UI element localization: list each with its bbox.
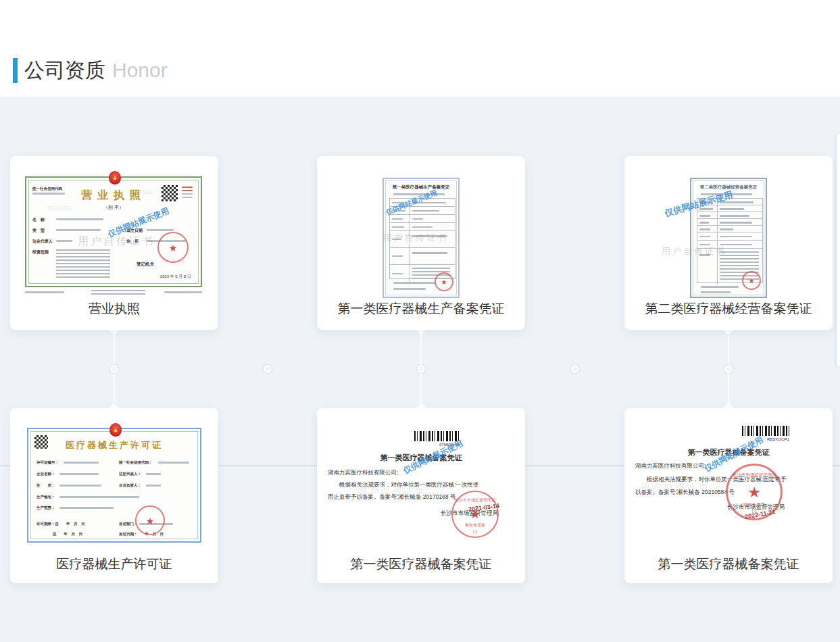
card-pointer xyxy=(723,330,734,335)
fine-print xyxy=(164,291,202,293)
red-seal-stamp: 长沙市市场监督管理局 ★ 审核专用章 1-3 xyxy=(451,491,499,538)
red-seal-stamp: ★ xyxy=(742,271,761,290)
barcode xyxy=(742,426,789,436)
stamp-number: 1-3 xyxy=(453,529,497,533)
card-pointer xyxy=(416,330,426,335)
filing-document-image[interactable]: 07MION48 第一类医疗器械备案凭证 湖南力宾医疗科技有限公司: 根据相关法… xyxy=(328,419,514,543)
timeline-dot xyxy=(571,365,579,373)
card-pointer xyxy=(109,330,120,335)
watermark-user-upload: 用户自传证书 xyxy=(641,481,710,493)
certificate-card-business-license[interactable]: SCJDGL SCJDGL SCJDGL ★ 统一社会信用代码 营业执照 （副 … xyxy=(10,156,218,330)
page: 公司资质Honor SCJDGL SCJDGL SCJDGL ★ 统一社会信用代… xyxy=(0,0,840,642)
qr-side-text xyxy=(182,193,193,195)
card-caption: 第一类医疗器械生产备案凭证 xyxy=(317,300,525,318)
certificate-card-class1-production-filing[interactable]: 第一类医疗器械生产备案凭证 ★ 仅供网站展示使用 用户自传证书 第一类医疗器械生… xyxy=(317,156,525,330)
qr-side-text xyxy=(182,187,193,188)
field-paragraph xyxy=(56,249,110,278)
field-value xyxy=(64,462,99,464)
document-addressee: 湖南力宾医疗科技有限公司: xyxy=(635,462,706,470)
watermark-user-upload: 用户自传证书 xyxy=(78,234,155,249)
section-title-en: Honor xyxy=(112,59,168,81)
footer-text xyxy=(393,282,435,284)
field-label: 生产地址： xyxy=(36,495,55,499)
field-value xyxy=(59,507,114,509)
certificate-card-class1-filing-1[interactable]: 07MION48 第一类医疗器械备案凭证 湖南力宾医疗科技有限公司: 根据相关法… xyxy=(317,408,525,583)
field-label: 法定代表人 xyxy=(32,239,53,245)
card-pointer xyxy=(723,403,734,408)
field-label: 企业负责人： xyxy=(119,483,141,488)
validity-to-label: 至 年 月 日 xyxy=(53,532,82,537)
field-label: 法定代表人： xyxy=(119,472,141,476)
card-caption: 医疗器械生产许可证 xyxy=(10,555,218,573)
section-title-cn: 公司资质 xyxy=(24,59,105,81)
card-caption: 第二类医疗器械经营备案凭证 xyxy=(624,300,833,318)
qr-side-text xyxy=(182,197,193,198)
red-seal-stamp: ★ xyxy=(135,505,165,535)
field-value xyxy=(158,462,189,464)
certificate-card-class2-operation-filing[interactable]: 第二类医疗器械经营备案凭证 ★ 仅供网站展示使用 用户自传证书 第二类医疗器械经… xyxy=(624,156,833,330)
field-value xyxy=(56,240,72,242)
field-label: 许可证编号： xyxy=(36,460,59,465)
card-caption: 第一类医疗器械备案凭证 xyxy=(317,555,525,573)
timeline-dot xyxy=(417,365,425,373)
field-label: 名 称 xyxy=(32,217,45,223)
business-license-image[interactable]: SCJDGL SCJDGL SCJDGL ★ 统一社会信用代码 营业执照 （副 … xyxy=(25,176,202,287)
national-emblem-icon: ★ xyxy=(109,423,122,437)
stamp-label: 审核专用章 xyxy=(453,522,497,528)
field-value xyxy=(146,485,161,487)
stamp-arc-text: 长沙市市场监督管理局 xyxy=(728,472,781,478)
certificate-card-class1-filing-2[interactable]: RBSXOCR1 第一类医疗器械备案凭证 湖南力宾医疗科技有限公司: 根据相关法… xyxy=(624,408,833,583)
qr-side-text xyxy=(182,190,193,191)
timeline-dot xyxy=(110,365,118,373)
document-addressee: 湖南力宾医疗科技有限公司: xyxy=(328,469,398,477)
stamp-label: 审核专用章 xyxy=(728,502,781,508)
carousel-next-card-peek xyxy=(837,134,840,366)
watermark-user-upload: 用户自传证书 xyxy=(662,245,726,257)
field-value xyxy=(59,473,99,475)
fine-print xyxy=(91,290,145,295)
footer-text xyxy=(393,288,426,290)
field-value xyxy=(59,496,139,498)
watermark-user-upload: 用户自传证书 xyxy=(357,487,426,499)
field-value xyxy=(59,485,101,487)
license-title: 医疗器械生产许可证 xyxy=(28,439,200,451)
field-label: 类 型 xyxy=(32,228,45,234)
red-seal-stamp: ★ xyxy=(435,272,453,291)
footer-text xyxy=(701,286,739,288)
section-title: 公司资质Honor xyxy=(24,57,168,84)
qr-code xyxy=(162,185,178,201)
footer-text xyxy=(701,291,731,293)
timeline-dot xyxy=(724,365,733,373)
barcode xyxy=(414,431,459,441)
watermark-user-upload: 用户自传证书 xyxy=(383,232,448,244)
timeline-dot xyxy=(264,365,272,373)
field-value xyxy=(56,229,101,231)
field-label: 统一社会信用代码： xyxy=(119,460,153,465)
field-value xyxy=(147,229,174,231)
section-accent-bar xyxy=(13,58,18,83)
field-label: 企业名称： xyxy=(36,472,55,476)
national-emblem-icon: ★ xyxy=(109,171,121,184)
red-seal-stamp: ★ xyxy=(157,232,189,263)
card-caption: 第一类医疗器械备案凭证 xyxy=(624,555,833,573)
filing-document-image[interactable]: RBSXOCR1 第一类医疗器械备案凭证 湖南力宾医疗科技有限公司: 根据相关法… xyxy=(635,419,822,543)
certificate-title: 第一类医疗器械生产备案凭证 xyxy=(384,184,458,191)
card-pointer xyxy=(416,403,426,408)
license-image[interactable]: ★ 医疗器械生产许可证 许可证编号： 统一社会信用代码： 企业名称： 法定代表人… xyxy=(27,428,201,543)
certificate-card-production-license[interactable]: ★ 医疗器械生产许可证 许可证编号： 统一社会信用代码： 企业名称： 法定代表人… xyxy=(10,408,218,583)
registrar-label: 登记机关 xyxy=(137,262,154,268)
certificate-table xyxy=(697,198,763,283)
field-value xyxy=(146,473,161,475)
issue-date: 2023 年 5 月 8 日 xyxy=(160,274,191,280)
license-subtitle: （副 本） xyxy=(26,204,201,211)
validity-from-label: 许可期限：自 年 月 日 xyxy=(36,522,85,526)
fine-print xyxy=(25,291,64,293)
field-label: 经营范围 xyxy=(32,249,49,255)
card-caption: 营业执照 xyxy=(10,300,218,318)
field-label: 住 所： xyxy=(36,483,55,488)
field-label: 生产范围： xyxy=(36,505,55,510)
field-value xyxy=(56,218,103,220)
card-pointer xyxy=(109,403,120,408)
